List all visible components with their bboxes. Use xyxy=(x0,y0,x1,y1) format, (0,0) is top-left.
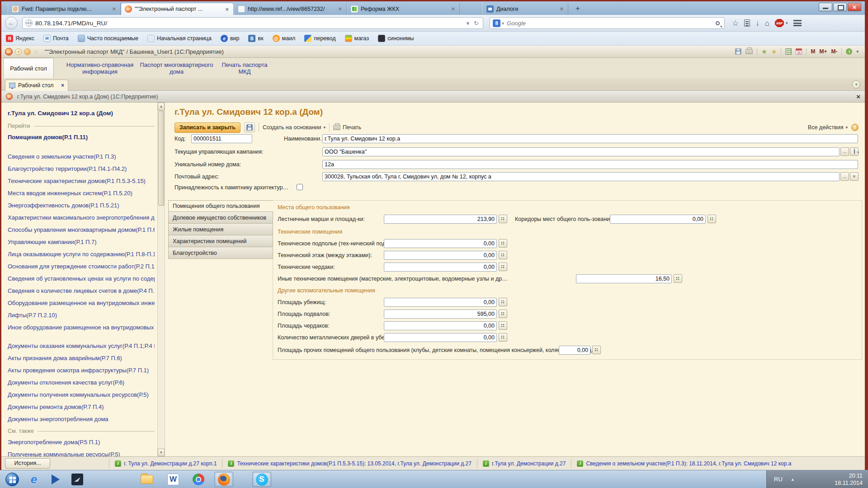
browser-tab-dialogs[interactable]: Диалоги × xyxy=(482,3,568,15)
name-input[interactable] xyxy=(322,134,858,143)
save-button[interactable] xyxy=(244,122,255,132)
bookmark-frequent[interactable]: Часто посещаемые xyxy=(78,35,138,42)
browser-tab-1c-active[interactable]: 1С ""Электронный паспорт ... × xyxy=(121,3,234,15)
calculator-button[interactable] xyxy=(674,274,682,283)
url-input[interactable] xyxy=(35,20,464,27)
adblock-icon[interactable]: ABP xyxy=(775,19,784,27)
calculator-button[interactable] xyxy=(499,263,507,271)
favorites-icon[interactable]: ★ xyxy=(771,48,777,55)
company-search-button[interactable] xyxy=(850,147,859,156)
restore-button[interactable] xyxy=(833,3,847,11)
company-choose-button[interactable]: ... xyxy=(840,147,849,156)
taskbar-firefox-active[interactable] xyxy=(214,472,233,487)
taskbar-skype[interactable]: S xyxy=(252,472,271,487)
sidebar-link[interactable]: Энергопотребление дома(Р.5 П.1) xyxy=(8,439,155,446)
browser-tab-gkh[interactable]: Реформа ЖКХ × xyxy=(347,3,460,15)
all-actions-button[interactable]: Все действия▾ xyxy=(808,124,848,131)
bookmark-star-icon[interactable]: ☆ xyxy=(732,19,739,27)
tab-improvement[interactable]: Благоустройство xyxy=(168,247,273,259)
sidebar-link[interactable]: Энергоэффективность домов(Р.1 П.5.21) xyxy=(8,202,155,209)
calculator-button[interactable] xyxy=(499,321,507,330)
tab-residential[interactable]: Жилые помещения xyxy=(168,224,273,235)
calculator-button[interactable] xyxy=(592,346,601,354)
shelter-area-input[interactable] xyxy=(384,298,497,307)
code-input[interactable] xyxy=(191,134,252,143)
memory-mminus-button[interactable]: М- xyxy=(831,48,837,55)
scrollbar-thumb[interactable] xyxy=(158,111,164,206)
form-close-icon[interactable]: × xyxy=(856,93,860,100)
bookmark-synonyms[interactable]: синонимы xyxy=(378,35,414,42)
bookmarks-panel-icon[interactable] xyxy=(744,19,750,27)
taskbar-media-player[interactable] xyxy=(46,472,65,487)
tab-close-icon[interactable]: × xyxy=(559,5,564,12)
sidebar-link-premises[interactable]: Помещения домов(Р.1 П.11) xyxy=(8,134,155,141)
scroll-up-icon[interactable]: ▲ xyxy=(158,103,165,110)
sidebar-link[interactable]: Акты проведения осмотра инфраструктуры(Р… xyxy=(8,367,155,374)
taskbar-word[interactable]: W xyxy=(164,472,183,487)
corridors-input[interactable] xyxy=(610,215,706,224)
adblock-dropdown-icon[interactable]: ▾ xyxy=(786,21,788,25)
bookmark-start-page[interactable]: Начальная страница xyxy=(147,35,212,42)
address-clear-button[interactable]: × xyxy=(850,172,859,181)
sidebar-link[interactable]: Основания для утверждение стоимости рабо… xyxy=(8,263,155,270)
other-common-input[interactable] xyxy=(559,346,590,355)
taskbar-ie[interactable]: e xyxy=(24,472,43,487)
calculator-icon[interactable] xyxy=(785,48,792,55)
metal-doors-input[interactable] xyxy=(384,333,497,342)
memory-m-button[interactable]: М xyxy=(811,48,815,55)
reload-icon[interactable]: ↻ xyxy=(472,20,481,27)
taskbar-clock[interactable]: 20:11 18.11.2014 xyxy=(835,472,863,487)
new-tab-button[interactable]: + xyxy=(572,4,584,13)
tab-close-icon[interactable]: × xyxy=(224,6,230,13)
search-input[interactable] xyxy=(507,20,716,27)
sidebar-link[interactable]: Технические характеристики домов(Р.1 П.5… xyxy=(8,178,155,184)
address-input[interactable] xyxy=(322,172,840,181)
info-dropdown-icon[interactable]: ▾ xyxy=(856,49,859,54)
sidebar-link[interactable]: Характеристики максимального энергопотре… xyxy=(8,214,155,221)
menu-icon[interactable] xyxy=(793,20,802,26)
tab-shared-property[interactable]: Долевое имущество собственников xyxy=(168,212,273,224)
history-item[interactable]: iСведения о земельном участке(Р.1 П.3): … xyxy=(571,459,797,468)
url-bar[interactable]: ▾ ↻ xyxy=(22,17,483,29)
sidebar-link[interactable]: Лица оказывающие услуги по содержанию(Р.… xyxy=(8,251,155,258)
sidebar-scrollbar[interactable]: ▲ ▼ xyxy=(157,103,165,456)
add-favorite-icon[interactable]: ★ xyxy=(761,48,767,55)
sidebar-link[interactable]: Лифты(Р.7 П.2.10) xyxy=(8,312,155,319)
sidebar-link[interactable]: Благоустройство территории(Р.1 П4.1-П4.2… xyxy=(8,165,155,172)
bookmark-shop[interactable]: магаз xyxy=(345,35,369,42)
create-based-button[interactable]: Создать на основании▾ xyxy=(263,124,326,131)
save-icon[interactable] xyxy=(735,48,741,55)
tab-close-icon[interactable]: × xyxy=(450,5,456,12)
calculator-button[interactable] xyxy=(708,215,716,223)
monument-checkbox[interactable] xyxy=(297,184,303,190)
tab-common-premises[interactable]: Помещения общего пользования xyxy=(168,200,274,212)
google-engine-icon[interactable]: 8 xyxy=(493,19,500,27)
unique-number-input[interactable] xyxy=(322,160,858,169)
calculator-button[interactable] xyxy=(499,310,507,318)
downloads-icon[interactable]: ↓ xyxy=(755,19,760,27)
sidebar-link[interactable]: Документы оказания коммунальных услуг(Р.… xyxy=(8,343,155,349)
tab-characteristics[interactable]: Характеристики помещений xyxy=(168,235,273,247)
section-tab-reference[interactable]: Нормативно-справочная информация xyxy=(59,58,141,78)
address-choose-button[interactable]: ... xyxy=(840,172,849,181)
browser-tab-mail[interactable]: @ Fwd: Параметры подклю... × xyxy=(8,3,121,15)
section-tab-print[interactable]: Печать паспорта МКД xyxy=(217,58,272,78)
bookmark-yandex[interactable]: ЯЯндекс xyxy=(6,35,34,42)
scroll-down-icon[interactable]: ▼ xyxy=(158,449,165,456)
sidebar-link[interactable]: Акты признания дома аварийным(Р.7 П.6) xyxy=(8,355,155,361)
company-input[interactable] xyxy=(322,147,840,156)
service-circle-icon[interactable] xyxy=(24,48,31,55)
history-item[interactable]: iг. Тула ул. Демонстрации д.27 корп.1 xyxy=(109,459,222,468)
back-button[interactable]: ← xyxy=(5,17,18,29)
search-icon[interactable] xyxy=(716,21,720,25)
history-item[interactable]: iг.Тула ул. Демонстрации д.27 xyxy=(477,459,571,468)
sidebar-link[interactable]: Сведения о количестве лицевых счетов в д… xyxy=(8,287,155,294)
print-icon[interactable] xyxy=(745,49,753,54)
sidebar-link[interactable]: Способы управления многоквартирным домом… xyxy=(8,226,155,233)
history-button[interactable]: История... xyxy=(5,458,50,469)
engine-dropdown-icon[interactable]: ▾ xyxy=(502,21,504,26)
tray-expand-icon[interactable]: ▲ xyxy=(791,477,795,482)
bookmark-translate[interactable]: перевод xyxy=(304,35,335,42)
search-bar[interactable]: 8 ▾ xyxy=(490,17,725,29)
calculator-button[interactable] xyxy=(499,239,507,248)
